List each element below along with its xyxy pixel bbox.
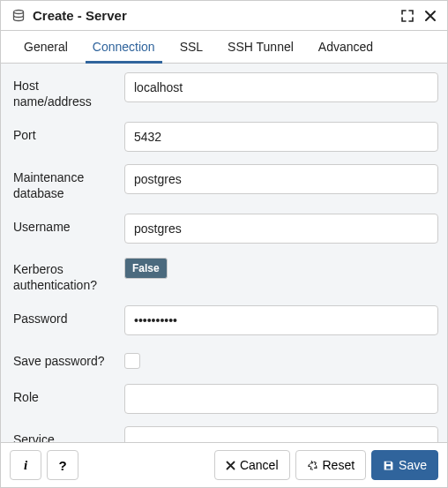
- tab-bar: General Connection SSL SSH Tunnel Advanc…: [1, 31, 447, 64]
- row-kerberos: Kerberos authentication? False: [13, 256, 438, 293]
- row-password: Password: [13, 305, 438, 335]
- input-host[interactable]: [124, 72, 438, 102]
- window-controls: [401, 10, 437, 22]
- label-username: Username: [13, 214, 117, 236]
- info-button[interactable]: i: [10, 450, 41, 480]
- recycle-icon: [307, 460, 318, 471]
- tab-general[interactable]: General: [11, 31, 80, 63]
- label-service: Service: [13, 426, 117, 442]
- save-icon: [383, 460, 394, 471]
- row-port: Port: [13, 122, 438, 152]
- label-kerberos: Kerberos authentication?: [13, 256, 117, 293]
- input-maintenance-db[interactable]: [124, 164, 438, 194]
- maximize-icon[interactable]: [401, 10, 414, 22]
- label-password: Password: [13, 305, 117, 327]
- reset-button[interactable]: Reset: [295, 450, 367, 480]
- form-content: Host name/address Port Maintenance datab…: [1, 64, 447, 442]
- save-label: Save: [399, 458, 427, 472]
- tab-connection[interactable]: Connection: [80, 31, 168, 63]
- row-service: Service: [13, 426, 438, 442]
- input-password[interactable]: [124, 305, 438, 335]
- save-button[interactable]: Save: [371, 450, 438, 480]
- database-icon: [11, 9, 26, 23]
- cancel-button[interactable]: Cancel: [214, 450, 290, 480]
- row-username: Username: [13, 214, 438, 244]
- close-icon: [226, 461, 235, 470]
- label-save-password: Save password?: [13, 348, 117, 370]
- checkbox-save-password[interactable]: [124, 353, 140, 369]
- info-icon: i: [24, 458, 27, 473]
- close-icon[interactable]: [424, 10, 437, 22]
- input-role[interactable]: [124, 384, 438, 414]
- create-server-dialog: Create - Server General Connection SSL S…: [0, 0, 448, 488]
- svg-point-0: [14, 10, 24, 13]
- input-service[interactable]: [124, 426, 438, 442]
- tab-advanced[interactable]: Advanced: [306, 31, 385, 63]
- dialog-title: Create - Server: [33, 8, 394, 23]
- row-maintenance-db: Maintenance database: [13, 164, 438, 201]
- cancel-label: Cancel: [240, 458, 279, 472]
- label-host: Host name/address: [13, 72, 117, 109]
- tab-ssl[interactable]: SSL: [168, 31, 215, 63]
- footer: i ? Cancel Reset: [1, 442, 447, 487]
- label-port: Port: [13, 122, 117, 144]
- help-button[interactable]: ?: [47, 450, 78, 480]
- toggle-kerberos[interactable]: False: [124, 258, 168, 279]
- label-role: Role: [13, 384, 117, 406]
- titlebar: Create - Server: [1, 1, 447, 31]
- row-role: Role: [13, 384, 438, 414]
- row-host: Host name/address: [13, 72, 438, 109]
- tab-ssh-tunnel[interactable]: SSH Tunnel: [215, 31, 306, 63]
- label-maintenance-db: Maintenance database: [13, 164, 117, 201]
- help-icon: ?: [58, 458, 66, 473]
- row-save-password: Save password?: [13, 348, 438, 372]
- reset-label: Reset: [323, 458, 355, 472]
- input-port[interactable]: [124, 122, 438, 152]
- input-username[interactable]: [124, 214, 438, 244]
